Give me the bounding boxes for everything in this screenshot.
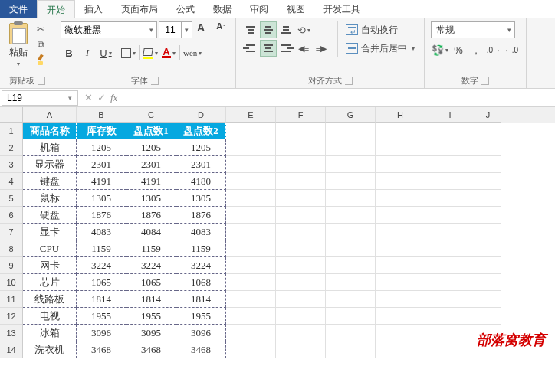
empty-cell[interactable] (425, 325, 475, 341)
table-cell[interactable]: 1065 (77, 274, 126, 291)
enter-formula-button[interactable]: ✓ (97, 92, 106, 103)
cancel-formula-button[interactable]: ✕ (84, 92, 93, 103)
empty-cell[interactable] (376, 190, 425, 207)
empty-cell[interactable] (475, 207, 501, 224)
phonetic-button[interactable]: wén (182, 44, 202, 61)
empty-cell[interactable] (326, 190, 376, 207)
empty-cell[interactable] (425, 224, 475, 240)
table-cell[interactable]: 4191 (77, 173, 126, 190)
empty-cell[interactable] (226, 274, 276, 291)
column-header-E[interactable]: E (226, 107, 276, 122)
row-header-8[interactable]: 8 (0, 240, 23, 257)
tab-home[interactable]: 开始 (37, 0, 75, 18)
empty-cell[interactable] (276, 173, 326, 190)
table-cell[interactable]: 线路板 (23, 291, 77, 308)
row-header-1[interactable]: 1 (0, 122, 23, 139)
copy-button[interactable]: ⧉ (34, 38, 48, 51)
tab-insert[interactable]: 插入 (75, 0, 112, 18)
table-cell[interactable]: 1159 (176, 240, 226, 257)
row-header-7[interactable]: 7 (0, 224, 23, 240)
empty-cell[interactable] (226, 257, 276, 274)
name-box-dropdown-icon[interactable]: ▾ (64, 94, 76, 102)
empty-cell[interactable] (475, 291, 501, 308)
comma-button[interactable]: , (468, 41, 484, 58)
empty-cell[interactable] (226, 139, 276, 156)
table-cell[interactable]: 3096 (176, 325, 226, 341)
empty-cell[interactable] (226, 325, 276, 341)
table-cell[interactable]: 3095 (126, 325, 176, 341)
empty-cell[interactable] (475, 156, 501, 173)
empty-cell[interactable] (326, 173, 376, 190)
align-right-button[interactable] (278, 40, 294, 57)
table-cell[interactable]: 1305 (77, 190, 126, 207)
empty-cell[interactable] (326, 257, 376, 274)
empty-cell[interactable] (326, 325, 376, 341)
row-header-13[interactable]: 13 (0, 325, 23, 341)
empty-cell[interactable] (276, 257, 326, 274)
tab-data[interactable]: 数据 (204, 0, 241, 18)
column-header-F[interactable]: F (276, 107, 326, 122)
empty-cell[interactable] (376, 325, 425, 341)
font-size-input[interactable] (159, 24, 181, 35)
empty-cell[interactable] (326, 341, 376, 358)
empty-cell[interactable] (376, 224, 425, 240)
empty-cell[interactable] (226, 207, 276, 224)
column-header-D[interactable]: D (176, 107, 226, 122)
merge-dropdown-icon[interactable]: ▾ (412, 45, 415, 52)
empty-cell[interactable] (326, 291, 376, 308)
row-header-2[interactable]: 2 (0, 139, 23, 156)
accounting-format-button[interactable]: 💱 (431, 41, 449, 58)
align-top-button[interactable] (242, 21, 259, 38)
empty-cell[interactable] (475, 308, 501, 325)
table-cell[interactable]: 1205 (77, 139, 126, 156)
table-cell[interactable]: 3224 (126, 257, 176, 274)
column-header-B[interactable]: B (77, 107, 126, 122)
table-cell[interactable]: 1205 (176, 139, 226, 156)
table-cell[interactable]: 4083 (176, 224, 226, 240)
empty-cell[interactable] (475, 173, 501, 190)
table-cell[interactable]: 键盘 (23, 173, 77, 190)
decrease-decimal-button[interactable]: ←.0 (503, 41, 520, 58)
italic-button[interactable]: I (79, 44, 96, 61)
font-name-input[interactable] (61, 24, 146, 35)
tab-developer[interactable]: 开发工具 (314, 0, 369, 18)
empty-cell[interactable] (475, 139, 501, 156)
table-cell[interactable]: 鼠标 (23, 190, 77, 207)
empty-cell[interactable] (326, 207, 376, 224)
empty-cell[interactable] (226, 122, 276, 139)
underline-button[interactable]: U (97, 44, 114, 61)
orientation-button[interactable]: ⟲ (295, 21, 312, 38)
table-header-cell[interactable]: 商品名称 (23, 122, 77, 139)
align-dialog-launcher[interactable] (345, 77, 353, 85)
cell-reference-input[interactable] (2, 93, 64, 103)
table-cell[interactable]: 1955 (176, 308, 226, 325)
table-cell[interactable]: CPU (23, 240, 77, 257)
align-center-button[interactable] (260, 40, 277, 57)
empty-cell[interactable] (425, 173, 475, 190)
row-header-5[interactable]: 5 (0, 190, 23, 207)
select-all-corner[interactable] (0, 107, 23, 122)
empty-cell[interactable] (226, 341, 276, 358)
table-cell[interactable]: 机箱 (23, 139, 77, 156)
empty-cell[interactable] (276, 341, 326, 358)
empty-cell[interactable] (276, 224, 326, 240)
empty-cell[interactable] (276, 308, 326, 325)
table-cell[interactable]: 2301 (176, 156, 226, 173)
table-cell[interactable]: 硬盘 (23, 207, 77, 224)
align-middle-button[interactable] (260, 21, 277, 38)
empty-cell[interactable] (425, 190, 475, 207)
empty-cell[interactable] (276, 156, 326, 173)
tab-page-layout[interactable]: 页面布局 (112, 0, 167, 18)
tab-formulas[interactable]: 公式 (167, 0, 204, 18)
paste-button[interactable]: 粘贴 ▾ (6, 21, 31, 69)
empty-cell[interactable] (326, 224, 376, 240)
empty-cell[interactable] (226, 308, 276, 325)
font-dialog-launcher[interactable] (151, 77, 159, 85)
empty-cell[interactable] (276, 325, 326, 341)
tab-review[interactable]: 审阅 (241, 0, 278, 18)
empty-cell[interactable] (376, 257, 425, 274)
empty-cell[interactable] (276, 291, 326, 308)
table-cell[interactable]: 1205 (126, 139, 176, 156)
empty-cell[interactable] (276, 274, 326, 291)
table-cell[interactable]: 1876 (126, 207, 176, 224)
